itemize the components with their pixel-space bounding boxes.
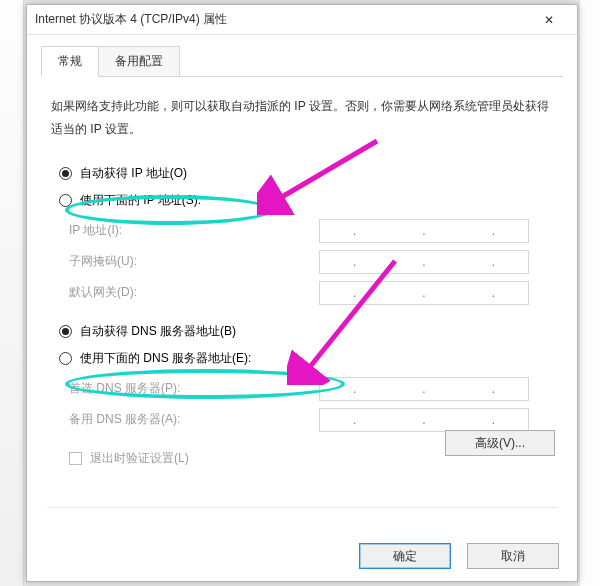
label-ip-address: IP 地址(I): xyxy=(69,222,319,239)
background-left-strip xyxy=(0,0,24,586)
input-dns-preferred[interactable]: ... xyxy=(319,377,529,401)
radio-dot-selected-icon xyxy=(59,325,72,338)
radio-dns-auto[interactable]: 自动获得 DNS 服务器地址(B) xyxy=(59,323,555,340)
window-title: Internet 协议版本 4 (TCP/IPv4) 属性 xyxy=(35,11,529,28)
radio-ip-auto-label: 自动获得 IP 地址(O) xyxy=(80,165,187,182)
tab-alternate[interactable]: 备用配置 xyxy=(98,46,180,77)
cancel-button[interactable]: 取消 xyxy=(467,543,559,569)
ok-button[interactable]: 确定 xyxy=(359,543,451,569)
field-gateway: 默认网关(D): ... xyxy=(69,281,553,305)
input-ip-address[interactable]: ... xyxy=(319,219,529,243)
ipv4-properties-window: Internet 协议版本 4 (TCP/IPv4) 属性 ✕ 常规 备用配置 … xyxy=(26,4,578,582)
tab-alternate-label: 备用配置 xyxy=(115,54,163,68)
radio-ip-manual-label: 使用下面的 IP 地址(S): xyxy=(80,192,201,209)
separator xyxy=(47,507,557,508)
input-subnet[interactable]: ... xyxy=(319,250,529,274)
close-icon: ✕ xyxy=(544,13,554,27)
field-ip-address: IP 地址(I): ... xyxy=(69,219,553,243)
ok-button-label: 确定 xyxy=(393,549,417,563)
tab-strip: 常规 备用配置 xyxy=(41,45,563,77)
checkbox-validate-label: 退出时验证设置(L) xyxy=(90,450,189,467)
field-dns-preferred: 首选 DNS 服务器(P): ... xyxy=(69,377,553,401)
dialog-button-row: 确定 取消 xyxy=(359,543,559,569)
titlebar: Internet 协议版本 4 (TCP/IPv4) 属性 ✕ xyxy=(27,5,577,35)
client-area: 常规 备用配置 如果网络支持此功能，则可以获取自动指派的 IP 设置。否则，你需… xyxy=(27,35,577,518)
radio-dot-unselected-icon xyxy=(59,352,72,365)
label-subnet: 子网掩码(U): xyxy=(69,253,319,270)
tab-general[interactable]: 常规 xyxy=(41,46,99,77)
advanced-button-label: 高级(V)... xyxy=(475,436,525,450)
field-subnet: 子网掩码(U): ... xyxy=(69,250,553,274)
radio-dns-manual-label: 使用下面的 DNS 服务器地址(E): xyxy=(80,350,251,367)
label-gateway: 默认网关(D): xyxy=(69,284,319,301)
dns-fields-group: 首选 DNS 服务器(P): ... 备用 DNS 服务器(A): ... xyxy=(69,377,553,432)
cancel-button-label: 取消 xyxy=(501,549,525,563)
field-dns-alternate: 备用 DNS 服务器(A): ... xyxy=(69,408,553,432)
label-dns-preferred: 首选 DNS 服务器(P): xyxy=(69,380,319,397)
close-button[interactable]: ✕ xyxy=(529,6,569,34)
input-dns-alternate[interactable]: ... xyxy=(319,408,529,432)
radio-dns-auto-label: 自动获得 DNS 服务器地址(B) xyxy=(80,323,236,340)
description-text: 如果网络支持此功能，则可以获取自动指派的 IP 设置。否则，你需要从网络系统管理… xyxy=(51,95,553,141)
label-dns-alternate: 备用 DNS 服务器(A): xyxy=(69,411,319,428)
checkbox-box-icon xyxy=(69,452,82,465)
tab-page-general: 如果网络支持此功能，则可以获取自动指派的 IP 设置。否则，你需要从网络系统管理… xyxy=(41,77,563,473)
advanced-button[interactable]: 高级(V)... xyxy=(445,430,555,456)
background-right-strip xyxy=(580,0,600,586)
input-gateway[interactable]: ... xyxy=(319,281,529,305)
tab-general-label: 常规 xyxy=(58,54,82,68)
radio-ip-auto[interactable]: 自动获得 IP 地址(O) xyxy=(59,165,555,182)
ip-fields-group: IP 地址(I): ... 子网掩码(U): ... 默认网关(D): ... xyxy=(69,219,553,305)
radio-dot-unselected-icon xyxy=(59,194,72,207)
radio-ip-manual[interactable]: 使用下面的 IP 地址(S): xyxy=(59,192,555,209)
radio-dns-manual[interactable]: 使用下面的 DNS 服务器地址(E): xyxy=(59,350,555,367)
radio-dot-selected-icon xyxy=(59,167,72,180)
